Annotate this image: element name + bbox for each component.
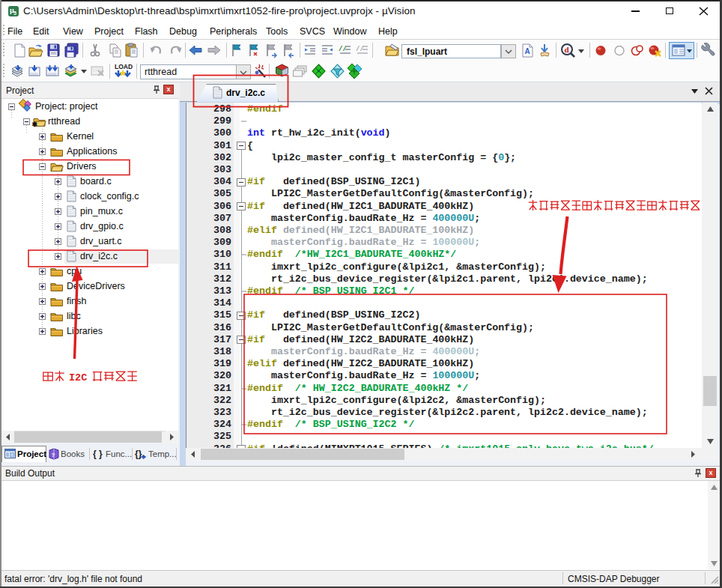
svg-text:I2C: I2C [69,372,87,384]
